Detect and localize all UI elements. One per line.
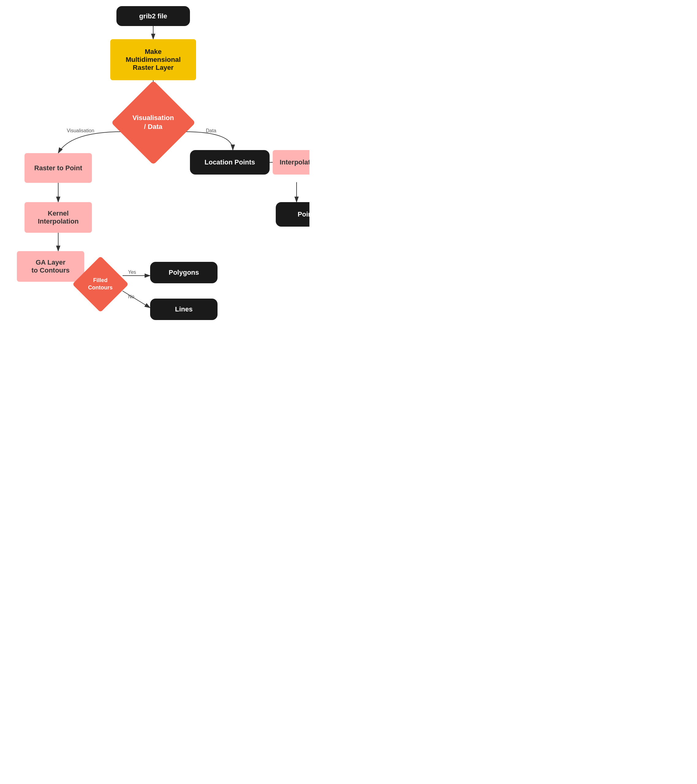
polygons-label: Polygons <box>168 268 199 277</box>
make-raster-label: Make Multidimensional Raster Layer <box>126 48 181 72</box>
no-label: No <box>128 294 134 300</box>
location-points-label: Location Points <box>205 158 255 166</box>
filled-contours-diamond: Filled Contours <box>74 257 127 311</box>
ga-layer-label: GA Layer to Contours <box>31 259 70 274</box>
interpolate-shape-node: Interpolate Shape <box>273 150 309 175</box>
lines-label: Lines <box>175 305 192 313</box>
visualisation-data-diamond: Visualisation / Data <box>101 92 205 153</box>
vis-data-label: Visualisation / Data <box>132 114 174 131</box>
polygons-node: Polygons <box>150 262 218 283</box>
location-points-node: Location Points <box>190 150 269 175</box>
data-label: Data <box>206 128 216 133</box>
visualisation-label: Visualisation <box>67 128 94 133</box>
raster-to-point-node: Raster to Point <box>25 153 92 183</box>
points-label: Points <box>297 211 309 218</box>
raster-to-point-label: Raster to Point <box>34 164 82 172</box>
lines-node: Lines <box>150 298 218 320</box>
make-raster-node: Make Multidimensional Raster Layer <box>110 39 196 80</box>
kernel-interpolation-node: Kernel Interpolation <box>25 202 92 233</box>
yes-label: Yes <box>128 270 136 275</box>
grib2-label: grib2 file <box>139 12 167 20</box>
grib2-file-node: grib2 file <box>116 6 190 26</box>
flowchart: grib2 file Make Multidimensional Raster … <box>0 0 309 349</box>
interpolate-shape-label: Interpolate Shape <box>280 158 309 166</box>
points-node: Points <box>276 202 309 227</box>
filled-contours-label: Filled Contours <box>88 277 113 291</box>
kernel-interp-label: Kernel Interpolation <box>38 209 78 226</box>
